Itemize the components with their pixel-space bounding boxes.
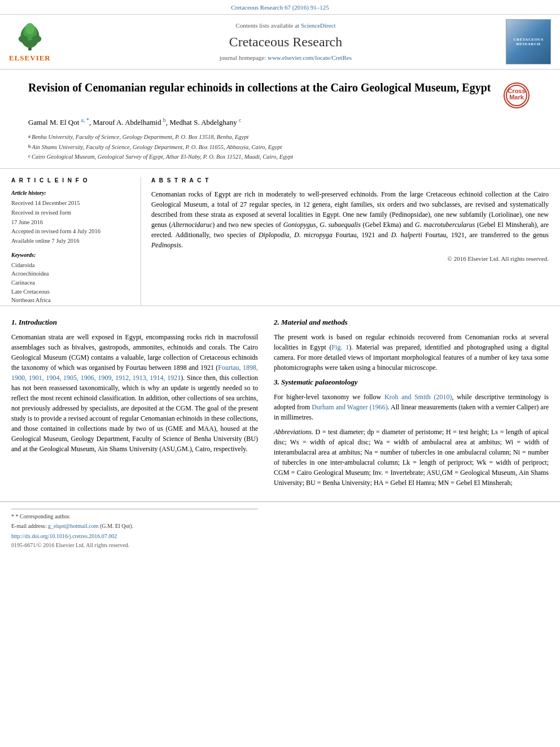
- fourtau-links[interactable]: Fourtau, 1898, 1900, 1901, 1904, 1905, 1…: [11, 364, 258, 382]
- affil-text-b: Ain Shams University, Faculty of Science…: [32, 143, 282, 152]
- section3-heading: 3. Systematic palaeontology: [274, 377, 549, 387]
- journal-homepage-line: journal homepage: www.elsevier.com/locat…: [77, 54, 495, 62]
- svg-point-3: [25, 23, 35, 34]
- article-info-abstract-section: A R T I C L E I N F O Article history: R…: [0, 169, 560, 306]
- affil-sup-b: b: [28, 143, 31, 151]
- abstract-text: Cenomanian rocks of Egypt are rich in mo…: [151, 189, 549, 250]
- corresponding-author-note: * * Corresponding author.: [11, 513, 258, 521]
- section2-heading: 2. Material and methods: [274, 317, 549, 327]
- abstract-column: A B S T R A C T Cenomanian rocks of Egyp…: [141, 177, 549, 305]
- crossmark-icon: Cross Mark: [504, 82, 530, 108]
- svg-text:Mark: Mark: [509, 94, 524, 101]
- sciencedirect-link[interactable]: ScienceDirect: [301, 22, 336, 29]
- email-line: E-mail address: g_elqot@hotmail.com (G.M…: [11, 522, 258, 530]
- section3-abbreviations: Abbreviations. D = test diameter; dp = d…: [274, 427, 549, 488]
- issn-line: 0195-6671/© 2016 Elsevier Ltd. All right…: [11, 541, 258, 549]
- cover-title: CRETACEOUSRESEARCH: [513, 37, 543, 47]
- svg-point-5: [32, 35, 42, 42]
- history-revised-label: Received in revised form: [11, 209, 132, 217]
- journal-header-center: Contents lists available at ScienceDirec…: [77, 21, 495, 62]
- journal-homepage-link[interactable]: www.elsevier.com/locate/CretRes: [268, 54, 352, 61]
- affil-sup-a: a: [28, 133, 30, 141]
- crossmark-svg: Cross Mark: [505, 84, 528, 107]
- section1-text: Cenomanian strata are well exposed in Eg…: [11, 332, 258, 454]
- journal-cover-image: CRETACEOUSRESEARCH: [506, 19, 551, 64]
- keyword-3: Carinacea: [11, 279, 132, 287]
- email-suffix: (G.M. El Qot).: [100, 523, 133, 529]
- footer-divider: [11, 509, 258, 509]
- email-label: E-mail address:: [11, 523, 46, 529]
- keywords-label: Keywords:: [11, 251, 132, 259]
- article-info-column: A R T I C L E I N F O Article history: R…: [11, 177, 141, 305]
- abstract-label: A B S T R A C T: [151, 177, 549, 185]
- author-sup-b: b: [163, 117, 166, 123]
- article-title: Revision of Cenomanian regular echinoids…: [28, 80, 492, 95]
- elsevier-logo: ELSEVIER: [9, 21, 51, 63]
- history-revised-date: 17 June 2016: [11, 219, 132, 227]
- journal-header: ELSEVIER Contents lists available at Sci…: [0, 15, 560, 70]
- body-right-column: 2. Material and methods The present work…: [268, 315, 549, 492]
- affiliations: a Benha University, Faculty of Science, …: [28, 133, 532, 161]
- section3-text1: For higher-level taxonomy we follow Kroh…: [274, 392, 549, 422]
- body-left-column: 1. Introduction Cenomanian strata are we…: [11, 315, 268, 492]
- svg-point-4: [19, 35, 28, 42]
- corresponding-label: * Corresponding author.: [16, 513, 71, 519]
- section2-text: The present work is based on regular ech…: [274, 332, 549, 373]
- journal-citation: Cretaceous Research 67 (2016) 91–125: [231, 4, 329, 11]
- journal-cover: CRETACEOUSRESEARCH: [495, 19, 551, 64]
- doi-text: http://dx.doi.org/10.1016/j.cretres.2016…: [11, 533, 117, 539]
- footer-left: * * Corresponding author. E-mail address…: [11, 509, 268, 549]
- affil-text-c: Cairo Geological Museum, Geological Surv…: [32, 152, 293, 161]
- doi-line[interactable]: http://dx.doi.org/10.1016/j.cretres.2016…: [11, 532, 258, 540]
- history-online: Available online 7 July 2016: [11, 237, 132, 246]
- article-info-label: A R T I C L E I N F O: [11, 177, 132, 185]
- journal-title: Cretaceous Research: [77, 33, 495, 52]
- page-wrapper: Cretaceous Research 67 (2016) 91–125 ELS…: [0, 0, 560, 747]
- affil-text-a: Benha University, Faculty of Science, Ge…: [32, 133, 248, 142]
- fig1-link[interactable]: Fig. 1: [331, 343, 349, 351]
- article-history-label: Article history:: [11, 189, 132, 197]
- author-sup-c: c: [239, 117, 241, 123]
- sciencedirect-line: Contents lists available at ScienceDirec…: [77, 21, 495, 30]
- keyword-5: Northeast Africa: [11, 296, 132, 305]
- email-link[interactable]: g_elqot@hotmail.com: [48, 523, 98, 529]
- authors-line: Gamal M. El Qot a, *, Marouf A. Abdelham…: [28, 116, 532, 128]
- body-content: 1. Introduction Cenomanian strata are we…: [0, 306, 560, 492]
- history-received: Received 14 December 2015: [11, 199, 132, 208]
- homepage-label: journal homepage:: [220, 54, 266, 61]
- kroh-smith-link[interactable]: Kroh and Smith (2010): [384, 393, 452, 401]
- elsevier-tree-icon: [10, 21, 50, 52]
- elsevier-logo-section: ELSEVIER: [9, 21, 77, 63]
- history-accepted: Accepted in revised form 4 July 2016: [11, 228, 132, 236]
- section1-heading: 1. Introduction: [11, 317, 258, 327]
- footer-section: * * Corresponding author. E-mail address…: [0, 501, 560, 553]
- author-sup-a: a, *: [81, 117, 89, 123]
- keyword-2: Acroechinoidea: [11, 270, 132, 278]
- crossmark-badge[interactable]: Cross Mark: [504, 82, 532, 111]
- keyword-4: Late Cretaceous: [11, 288, 132, 296]
- contents-available-text: Contents lists available at: [235, 22, 299, 29]
- article-title-section: Revision of Cenomanian regular echinoids…: [0, 70, 560, 169]
- durham-wagner-link[interactable]: Durham and Wagner (1966): [312, 403, 387, 411]
- title-row: Revision of Cenomanian regular echinoids…: [28, 80, 532, 111]
- footer-right: [268, 509, 549, 549]
- journal-citation-bar: Cretaceous Research 67 (2016) 91–125: [0, 0, 560, 15]
- elsevier-brand-text: ELSEVIER: [9, 53, 51, 63]
- affiliation-c: c Cairo Geological Museum, Geological Su…: [28, 152, 532, 161]
- keyword-1: Cidaroida: [11, 261, 132, 270]
- copyright-line: © 2016 Elsevier Ltd. All rights reserved…: [151, 255, 549, 263]
- affiliation-a: a Benha University, Faculty of Science, …: [28, 133, 532, 142]
- affiliation-b: b Ain Shams University, Faculty of Scien…: [28, 143, 532, 152]
- affil-sup-c: c: [28, 152, 30, 160]
